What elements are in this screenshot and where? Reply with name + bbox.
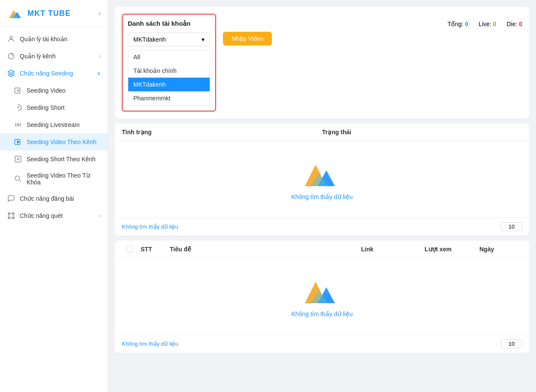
top-pagination-text: Không tìm thấy dữ liệu (122, 223, 178, 230)
sidebar-item-seeding-video-theo-kenh[interactable]: Seeding Video Theo Kênh (0, 133, 108, 151)
main-area: Danh sách tài khoản MKTdakenh ▾ All Tài … (108, 0, 536, 392)
account-select[interactable]: MKTdakenh ▾ (128, 33, 210, 46)
sidebar-item-label: Seeding Video (27, 87, 66, 94)
sidebar-item-seeding-video[interactable]: Seeding Video (0, 82, 108, 99)
svg-point-3 (10, 36, 12, 39)
top-empty-text: Không tìm thấy dữ liệu (292, 193, 353, 200)
tong-value: 0 (465, 21, 468, 27)
sidebar-item-label: Seeding Short Theo Kênh (27, 156, 96, 163)
logo-area: MKT TUBE (7, 7, 71, 20)
top-page-size-input[interactable] (501, 222, 522, 231)
svg-point-7 (17, 124, 19, 126)
scan-icon (7, 211, 15, 220)
sidebar-item-label: Quản lý kênh (20, 53, 56, 60)
nhap-video-button[interactable]: Nhập Video (223, 32, 272, 45)
sidebar-item-seeding-short-theo-kenh[interactable]: Seeding Short Theo Kênh (0, 151, 108, 168)
live-label: Live: (479, 21, 491, 27)
chevron-right-icon: › (99, 53, 101, 59)
short-icon (14, 103, 22, 112)
stt-col-header: STT (141, 246, 166, 253)
svg-point-11 (15, 176, 20, 181)
svg-marker-9 (18, 141, 20, 143)
live-icon (14, 121, 22, 129)
die-stat: Die: 0 (506, 21, 522, 27)
bottom-page-size-input[interactable] (501, 339, 522, 348)
sidebar-item-chuc-nang-quet[interactable]: Chức năng quét › (0, 207, 108, 224)
channel-icon (7, 52, 15, 60)
logo-text: MKT TUBE (27, 9, 71, 18)
top-controls: Nhập Video (223, 14, 272, 45)
sidebar-item-label: Seeding Video Theo Từ Khóa (27, 172, 101, 186)
tinh-trang-col-header: Tình trạng (122, 129, 322, 136)
bottom-table-empty-state: Không tìm thấy dữ liệu (115, 258, 529, 335)
account-dropdown-popup: Danh sách tài khoản MKTdakenh ▾ All Tài … (122, 14, 216, 112)
sidebar-nav: Quản lý tài khoản Quản lý kênh › Chức nă… (0, 27, 108, 392)
bottom-pagination-row: Không tìm thấy dữ liệu (115, 335, 529, 353)
sidebar-item-quan-ly-kenh[interactable]: Quản lý kênh › (0, 48, 108, 65)
sidebar-item-seeding-video-theo-tu-khoa[interactable]: Seeding Video Theo Từ Khóa (0, 168, 108, 190)
bottom-table-section: STT Tiêu đề Link Lượt xem Ngày Không tìm… (115, 241, 529, 353)
sidebar-item-label: Seeding Livestream (27, 121, 80, 128)
tong-label: Tổng: (447, 21, 463, 27)
luot-xem-col-header: Lượt xem (425, 246, 476, 253)
sidebar-item-label: Chức năng Seeding (20, 70, 73, 77)
collapse-button[interactable]: ‹ (99, 9, 101, 17)
video-channel-icon (14, 138, 22, 146)
main-content: Danh sách tài khoản MKTdakenh ▾ All Tài … (108, 0, 536, 392)
bottom-table-header: STT Tiêu đề Link Lượt xem Ngày (115, 241, 529, 258)
checkbox-col-header (122, 246, 137, 253)
live-stat: Live: 0 (479, 21, 496, 27)
sidebar-item-label: Chức năng quét (20, 212, 63, 219)
seeding-icon (7, 69, 15, 78)
option-mktdakenh[interactable]: MKTdakenh (128, 78, 210, 91)
sidebar-header: MKT TUBE ‹ (0, 0, 108, 27)
live-value: 0 (493, 21, 497, 27)
user-icon (7, 35, 15, 43)
empty-logo-icon-bottom (303, 275, 341, 305)
keyword-icon (14, 175, 22, 183)
stats-area: Tổng: 0 Live: 0 Die: 0 (447, 14, 522, 27)
sidebar-item-seeding-short[interactable]: Seeding Short (0, 99, 108, 116)
sidebar-item-chuc-nang-seeding[interactable]: Chức năng Seeding ∨ (0, 65, 108, 82)
sidebar: MKT TUBE ‹ Quản lý tài khoản Quản lý kên… (0, 0, 108, 392)
sidebar-item-quan-ly-tai-khoan[interactable]: Quản lý tài khoản (0, 30, 108, 48)
option-phanmemmkt[interactable]: Phanmemmkt (128, 91, 210, 105)
chevron-down-icon: ∨ (97, 70, 101, 76)
dropdown-popup-title: Danh sách tài khoản (128, 20, 210, 27)
top-table-empty-state: Không tìm thấy dữ liệu (115, 141, 529, 217)
bottom-pagination-text: Không tìm thấy dữ liệu (122, 341, 178, 347)
sidebar-item-label: Seeding Short (27, 104, 65, 111)
svg-point-4 (8, 53, 14, 59)
logo-icon (7, 7, 24, 20)
top-table-section: Tình trạng Trạng thái Không tìm thấy dữ … (115, 124, 529, 235)
bottom-empty-text: Không tìm thấy dữ liệu (292, 311, 353, 317)
option-tai-khoan-chinh[interactable]: Tài khoản chính (128, 64, 210, 78)
die-label: Die: (506, 21, 517, 27)
top-pagination-row: Không tìm thấy dữ liệu (115, 217, 529, 235)
tieu-de-col-header: Tiêu đề (170, 246, 358, 253)
empty-logo-icon (303, 158, 341, 188)
post-icon (7, 194, 15, 203)
top-section: Danh sách tài khoản MKTdakenh ▾ All Tài … (115, 7, 529, 118)
select-all-checkbox[interactable] (126, 246, 133, 253)
video-icon (14, 86, 22, 95)
tong-stat: Tổng: 0 (447, 21, 468, 27)
trang-thai-col-header: Trạng thái (322, 129, 522, 136)
sidebar-item-chuc-nang-dang-bai[interactable]: Chức năng đăng bài (0, 190, 108, 207)
chevron-down-icon: ▾ (202, 36, 205, 43)
sidebar-item-label: Quản lý tài khoản (20, 36, 67, 42)
die-value: 0 (519, 21, 522, 27)
short-channel-icon (14, 155, 22, 163)
ngay-col-header: Ngày (479, 246, 522, 253)
dropdown-options-list: All Tài khoản chính MKTdakenh Phanmemmkt (128, 50, 210, 106)
selected-value: MKTdakenh (133, 36, 166, 43)
top-table-header: Tình trạng Trạng thái (115, 124, 529, 141)
sidebar-item-label: Chức năng đăng bài (20, 195, 74, 202)
sidebar-item-seeding-livestream[interactable]: Seeding Livestream (0, 116, 108, 133)
option-all[interactable]: All (128, 50, 210, 64)
link-col-header: Link (361, 246, 421, 253)
svg-marker-6 (18, 89, 20, 92)
chevron-right-icon: › (99, 213, 101, 219)
sidebar-item-label: Seeding Video Theo Kênh (27, 139, 96, 145)
